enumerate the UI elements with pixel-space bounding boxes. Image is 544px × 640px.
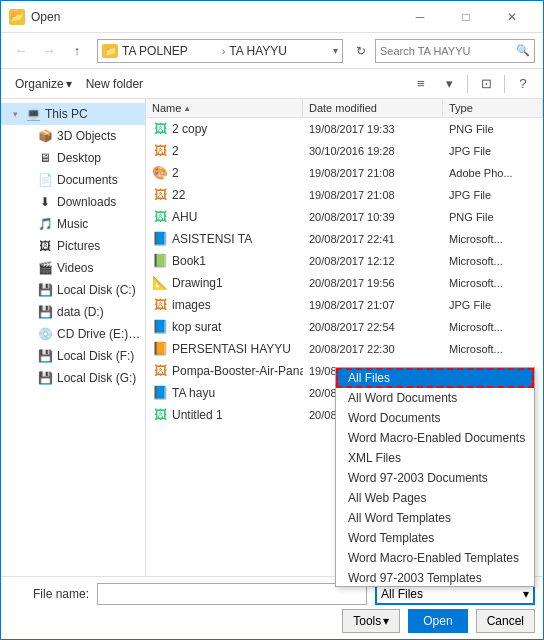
sidebar-item-local-f[interactable]: 💾 Local Disk (F:)	[1, 345, 145, 367]
sidebar-item-desktop[interactable]: 🖥 Desktop	[1, 147, 145, 169]
sidebar-icon: 💻	[25, 106, 41, 122]
sidebar-toggle	[21, 130, 33, 142]
table-row[interactable]: 🖼 2 30/10/2016 19:28 JPG File	[146, 140, 543, 162]
preview-pane-button[interactable]: ⊡	[474, 72, 498, 96]
address-path2: TA HAYYU	[229, 44, 325, 58]
file-type: Microsoft...	[443, 343, 543, 355]
view-list-button[interactable]: ≡	[409, 72, 433, 96]
sidebar-item-videos[interactable]: 🎬 Videos	[1, 257, 145, 279]
sidebar-item-music[interactable]: 🎵 Music	[1, 213, 145, 235]
sidebar-toggle	[21, 350, 33, 362]
toolbar-separator2	[504, 75, 505, 93]
sidebar-icon: 💾	[37, 348, 53, 364]
filename-label: File name:	[9, 587, 89, 601]
file-date: 20/08/2017 22:54	[303, 321, 443, 333]
file-name: Drawing1	[172, 276, 223, 290]
refresh-button[interactable]: ↻	[351, 41, 371, 61]
file-date: 20/08/2017 12:12	[303, 255, 443, 267]
search-input[interactable]	[380, 45, 514, 57]
table-row[interactable]: 📘 kop surat 20/08/2017 22:54 Microsoft..…	[146, 316, 543, 338]
open-button[interactable]: Open	[408, 609, 467, 633]
sidebar-icon: 💾	[37, 282, 53, 298]
sidebar-icon: 📦	[37, 128, 53, 144]
sidebar-item-pictures[interactable]: 🖼 Pictures	[1, 235, 145, 257]
file-date: 30/10/2016 19:28	[303, 145, 443, 157]
sidebar-item-this-pc[interactable]: ▾ 💻 This PC	[1, 103, 145, 125]
sidebar-item-downloads[interactable]: ⬇ Downloads	[1, 191, 145, 213]
table-row[interactable]: 📙 PERSENTASI HAYYU 20/08/2017 22:30 Micr…	[146, 338, 543, 360]
close-button[interactable]: ✕	[489, 1, 535, 33]
cancel-button[interactable]: Cancel	[476, 609, 535, 633]
column-header-type[interactable]: Type	[443, 99, 543, 117]
dropdown-item-word-macro-tpl[interactable]: Word Macro-Enabled Templates	[336, 548, 534, 568]
file-type: Microsoft...	[443, 321, 543, 333]
dropdown-item-word-macro[interactable]: Word Macro-Enabled Documents	[336, 428, 534, 448]
sidebar-item-cd-e[interactable]: 💿 CD Drive (E:) BO	[1, 323, 145, 345]
dropdown-item-all-files[interactable]: All Files	[336, 368, 534, 388]
file-name: 2 copy	[172, 122, 207, 136]
sidebar-label: Local Disk (G:)	[57, 371, 136, 385]
file-date: 19/08/2017 21:08	[303, 189, 443, 201]
filename-input[interactable]	[97, 583, 367, 605]
file-icon: 📗	[152, 253, 168, 269]
toolbar-separator	[467, 75, 468, 93]
window-icon: 📂	[9, 9, 25, 25]
file-type: PNG File	[443, 211, 543, 223]
table-row[interactable]: 📗 Book1 20/08/2017 12:12 Microsoft...	[146, 250, 543, 272]
forward-button[interactable]: →	[37, 39, 61, 63]
toolbar2-right: ≡ ▾ ⊡ ?	[409, 72, 535, 96]
back-button[interactable]: ←	[9, 39, 33, 63]
column-header-name[interactable]: Name ▲	[146, 99, 303, 117]
file-name: 2	[172, 166, 179, 180]
address-bar[interactable]: 📁 TA POLNEP › TA HAYYU ▾	[97, 39, 343, 63]
file-date: 20/08/2017 10:39	[303, 211, 443, 223]
dropdown-item-word-tpl[interactable]: Word Templates	[336, 528, 534, 548]
sidebar-toggle	[21, 196, 33, 208]
file-icon: 🎨	[152, 165, 168, 181]
table-row[interactable]: 🖼 22 19/08/2017 21:08 JPG File	[146, 184, 543, 206]
sidebar-icon: 🎬	[37, 260, 53, 276]
tools-button[interactable]: Tools ▾	[342, 609, 400, 633]
sidebar-item-documents[interactable]: 📄 Documents	[1, 169, 145, 191]
table-row[interactable]: 🎨 2 19/08/2017 21:08 Adobe Pho...	[146, 162, 543, 184]
dropdown-item-all-web[interactable]: All Web Pages	[336, 488, 534, 508]
sidebar-item-data-d[interactable]: 💾 data (D:)	[1, 301, 145, 323]
filetype-value: All Files	[381, 587, 423, 601]
table-row[interactable]: 📘 ASISTENSI TA 20/08/2017 22:41 Microsof…	[146, 228, 543, 250]
dropdown-item-word-97[interactable]: Word 97-2003 Documents	[336, 468, 534, 488]
sidebar-label: data (D:)	[57, 305, 104, 319]
sidebar-toggle	[21, 218, 33, 230]
title-bar-left: 📂 Open	[9, 9, 60, 25]
sidebar-item-local-g[interactable]: 💾 Local Disk (G:)	[1, 367, 145, 389]
organize-button[interactable]: Organize ▾	[9, 72, 78, 96]
file-date: 20/08/2017 22:30	[303, 343, 443, 355]
col-type-label: Type	[449, 102, 473, 114]
table-row[interactable]: 🖼 AHU 20/08/2017 10:39 PNG File	[146, 206, 543, 228]
table-row[interactable]: 🖼 2 copy 19/08/2017 19:33 PNG File	[146, 118, 543, 140]
column-header-date[interactable]: Date modified	[303, 99, 443, 117]
new-folder-button[interactable]: New folder	[80, 72, 149, 96]
minimize-button[interactable]: ─	[397, 1, 443, 33]
file-list-header: Name ▲ Date modified Type	[146, 99, 543, 118]
maximize-button[interactable]: □	[443, 1, 489, 33]
search-box[interactable]: 🔍	[375, 39, 535, 63]
organize-label: Organize	[15, 77, 64, 91]
dropdown-item-all-word[interactable]: All Word Documents	[336, 388, 534, 408]
help-button[interactable]: ?	[511, 72, 535, 96]
file-icon: 🖼	[152, 143, 168, 159]
sidebar-item-3d-objects[interactable]: 📦 3D Objects	[1, 125, 145, 147]
dropdown-item-all-word-tpl[interactable]: All Word Templates	[336, 508, 534, 528]
up-button[interactable]: ↑	[65, 39, 89, 63]
file-date: 19/08/2017 21:08	[303, 167, 443, 179]
address-dropdown-icon[interactable]: ▾	[333, 45, 338, 56]
dropdown-item-word-docs[interactable]: Word Documents	[336, 408, 534, 428]
table-row[interactable]: 🖼 images 19/08/2017 21:07 JPG File	[146, 294, 543, 316]
view-dropdown-button[interactable]: ▾	[437, 72, 461, 96]
file-name: 2	[172, 144, 179, 158]
dropdown-item-xml-files[interactable]: XML Files	[336, 448, 534, 468]
sidebar-item-local-c[interactable]: 💾 Local Disk (C:)	[1, 279, 145, 301]
dropdown-item-word-97-tpl[interactable]: Word 97-2003 Templates	[336, 568, 534, 587]
table-row[interactable]: 📐 Drawing1 20/08/2017 19:56 Microsoft...	[146, 272, 543, 294]
file-type: JPG File	[443, 189, 543, 201]
file-name: Book1	[172, 254, 206, 268]
